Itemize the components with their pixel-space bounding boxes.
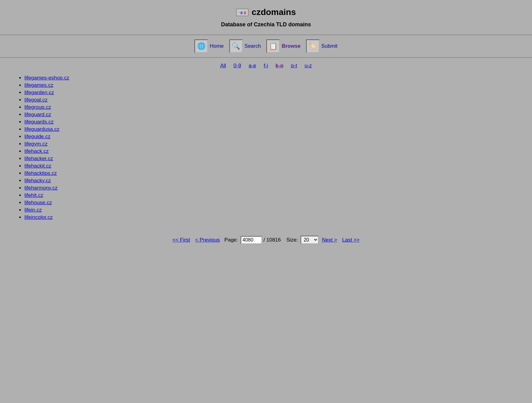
domain-link[interactable]: lifegoal.cz (24, 97, 48, 103)
alpha-0-9[interactable]: 0-9 (234, 63, 241, 68)
nav-home[interactable]: 🌐 Home (194, 39, 224, 53)
alpha-p-t[interactable]: p-t (291, 63, 297, 68)
nav-submit[interactable]: 🏷️ Submit (306, 39, 338, 53)
domain-link[interactable]: lifehit.cz (24, 192, 43, 198)
domain-link[interactable]: lifeincolor.cz (24, 214, 53, 220)
nav-search-label: Search (245, 43, 261, 49)
browse-icon: 📋 (266, 39, 280, 53)
domain-link[interactable]: lifeharmony.cz (24, 185, 57, 191)
tagline: Database of Czechia TLD domains (0, 21, 532, 28)
pagination: << First < Previous Page: / 10816 Size: … (0, 230, 532, 253)
domain-link[interactable]: lifegroup.cz (24, 104, 51, 110)
alpha-nav: All 0-9 a-e f-j k-o p-t u-z (0, 63, 532, 69)
domain-link[interactable]: lifeguide.cz (24, 134, 50, 139)
domain-link[interactable]: lifein.cz (24, 207, 42, 213)
alpha-f-j[interactable]: f-j (264, 63, 268, 68)
page-label: Page: (224, 237, 238, 243)
site-title: czdomains (252, 7, 296, 17)
list-item: lifegames.cz (24, 82, 532, 88)
last-page-link[interactable]: Last >> (342, 237, 360, 243)
logo-z: z (244, 10, 246, 15)
nav-search[interactable]: 🔍 Search (229, 39, 261, 53)
list-item: lifeguards.cz (24, 119, 532, 125)
domain-link[interactable]: lifehacktips.cz (24, 170, 57, 176)
list-item: lifeharmony.cz (24, 185, 532, 191)
domain-link[interactable]: lifehouse.cz (24, 200, 52, 205)
list-item: lifehacky.cz (24, 178, 532, 184)
list-item: lifein.cz (24, 207, 532, 213)
domain-link[interactable]: lifehack.cz (24, 148, 49, 154)
domain-link[interactable]: lifeguard.cz (24, 112, 51, 117)
list-item: lifegoal.cz (24, 97, 532, 103)
nav-browse-label: Browse (282, 43, 300, 49)
first-page-link[interactable]: << First (172, 237, 190, 243)
list-item: lifegames-eshop.cz (24, 75, 532, 81)
size-label: Size: (283, 237, 299, 243)
list-item: lifeguard.cz (24, 112, 532, 118)
list-item: lifehouse.cz (24, 200, 532, 206)
size-select[interactable]: 102050100 (301, 236, 319, 244)
list-item: lifehackit.cz (24, 163, 532, 169)
domain-link[interactable]: lifehackit.cz (24, 163, 51, 169)
list-item: lifeguide.cz (24, 134, 532, 140)
list-item: lifegroup.cz (24, 104, 532, 110)
submit-icon: 🏷️ (306, 39, 320, 53)
logo-box: · c z (236, 9, 249, 16)
prev-page-link[interactable]: < Previous (195, 237, 220, 243)
list-item: lifehacker.cz (24, 156, 532, 162)
list-item: lifeguardusa.cz (24, 126, 532, 132)
domain-link[interactable]: lifegames.cz (24, 82, 53, 88)
search-icon: 🔍 (229, 39, 243, 53)
logo-c: c (240, 10, 243, 15)
list-item: lifehack.cz (24, 148, 532, 154)
alpha-all[interactable]: All (220, 63, 226, 68)
list-item: lifegarden.cz (24, 90, 532, 96)
domains-ul: lifegames-eshop.czlifegames.czlifegarden… (18, 75, 532, 220)
domain-link[interactable]: lifehacky.cz (24, 178, 51, 183)
total-pages: / 10816 (264, 237, 281, 243)
list-item: lifehit.cz (24, 192, 532, 198)
domain-link[interactable]: lifeguards.cz (24, 119, 54, 125)
nav-bar: 🌐 Home 🔍 Search 📋 Browse 🏷️ Submit (0, 36, 532, 56)
alpha-k-o[interactable]: k-o (275, 63, 283, 68)
nav-submit-label: Submit (321, 43, 338, 49)
home-icon: 🌐 (194, 39, 208, 53)
domain-link[interactable]: lifehacker.cz (24, 156, 53, 161)
next-page-link[interactable]: Next > (322, 237, 337, 243)
alpha-a-e[interactable]: a-e (249, 63, 256, 68)
nav-browse[interactable]: 📋 Browse (266, 39, 300, 53)
domain-link[interactable]: lifegames-eshop.cz (24, 75, 69, 81)
logo-dot: · (238, 10, 239, 14)
domain-list: lifegames-eshop.czlifegames.czlifegarden… (18, 75, 532, 220)
alpha-u-z[interactable]: u-z (305, 63, 312, 68)
list-item: lifegym.cz (24, 141, 532, 147)
domain-link[interactable]: lifegarden.cz (24, 90, 54, 95)
logo-area: · c z czdomains (236, 7, 296, 17)
list-item: lifeincolor.cz (24, 214, 532, 220)
nav-home-label: Home (210, 43, 224, 49)
domain-link[interactable]: lifegym.cz (24, 141, 48, 147)
domain-link[interactable]: lifeguardusa.cz (24, 126, 59, 132)
page-input[interactable] (241, 236, 262, 244)
list-item: lifehacktips.cz (24, 170, 532, 176)
